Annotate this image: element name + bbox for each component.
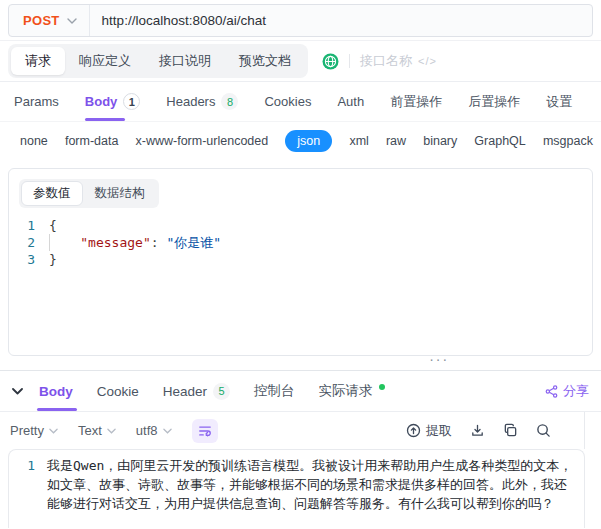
extract-button[interactable]: 提取 <box>406 422 452 440</box>
body-type-form-data[interactable]: form-data <box>65 134 119 148</box>
code-line: 1 { <box>19 217 592 234</box>
extract-icon <box>406 423 421 438</box>
response-panel-header: Body Cookie Header 5 控制台 实际请求 分享 <box>0 370 601 412</box>
word-wrap-icon <box>198 424 212 438</box>
tab-response-body[interactable]: Body <box>39 371 73 411</box>
body-type-msgpack[interactable]: msgpack <box>543 134 593 148</box>
word-wrap-button[interactable] <box>192 419 218 443</box>
view-type-dropdown[interactable]: Text <box>78 423 116 438</box>
header-count-badge: 5 <box>213 383 230 400</box>
live-indicator-dot <box>379 384 385 390</box>
tab-label: Header <box>163 384 207 399</box>
url-input[interactable]: http://localhost:8080/ai/chat <box>90 5 592 36</box>
body-type-json[interactable]: json <box>285 130 332 152</box>
extract-label: 提取 <box>426 422 452 440</box>
api-name-placeholder[interactable]: 接口名称 </> <box>360 52 437 70</box>
format-value: Pretty <box>10 423 44 438</box>
tab-pre-operations[interactable]: 前置操作 <box>390 82 442 121</box>
download-icon <box>470 423 485 438</box>
json-editor[interactable]: 1 { 2 "message": "你是谁" 3 } <box>19 217 592 268</box>
tab-response-cookie[interactable]: Cookie <box>97 371 139 411</box>
globe-icon[interactable] <box>322 53 339 70</box>
splitter-handle[interactable]: ··· <box>429 352 449 366</box>
tab-data-structure[interactable]: 数据结构 <box>83 181 157 206</box>
body-type-urlencoded[interactable]: x-www-form-urlencoded <box>136 134 269 148</box>
body-editor-zone: 参数值 数据结构 1 { 2 "message": "你是谁" 3 } ··· <box>0 160 601 370</box>
tab-label: 实际请求 <box>319 382 373 400</box>
copy-button[interactable] <box>503 423 518 438</box>
tab-post-operations[interactable]: 后置操作 <box>468 82 520 121</box>
line-number: 1 <box>19 217 49 234</box>
tab-body[interactable]: Body 1 <box>85 82 141 121</box>
tab-console[interactable]: 控制台 <box>254 371 295 411</box>
tab-parameter-value[interactable]: 参数值 <box>21 181 83 206</box>
view-type-value: Text <box>78 423 102 438</box>
panel-divider-line <box>584 412 585 449</box>
tab-actual-request[interactable]: 实际请求 <box>319 371 385 411</box>
tab-request[interactable]: 请求 <box>11 47 65 75</box>
tab-settings[interactable]: 设置 <box>546 82 572 121</box>
body-type-xml[interactable]: xml <box>349 134 368 148</box>
body-type-row: none form-data x-www-form-urlencoded jso… <box>0 122 601 160</box>
tab-auth[interactable]: Auth <box>337 82 364 121</box>
body-editor-card: 参数值 数据结构 1 { 2 "message": "你是谁" 3 } <box>8 168 593 356</box>
tab-label: Headers <box>166 94 215 109</box>
download-button[interactable] <box>470 423 485 438</box>
tab-cookies[interactable]: Cookies <box>264 82 311 121</box>
doc-tab-group: 请求 响应定义 接口说明 预览文档 <box>8 44 308 78</box>
collapse-panel-button[interactable] <box>12 371 23 411</box>
code-text: } <box>49 251 57 268</box>
chevron-down-icon <box>107 428 116 434</box>
response-toolbar: Pretty Text utf8 提取 <box>0 412 601 449</box>
method-selector[interactable]: POST <box>9 5 90 36</box>
tab-label: Body <box>39 384 73 399</box>
tab-label: 后置操作 <box>468 93 520 111</box>
json-key: "message" <box>80 235 150 250</box>
panel-splitter[interactable]: ··· <box>8 356 593 370</box>
tab-label: 控制台 <box>254 382 295 400</box>
divider <box>349 54 350 68</box>
response-tabs: Body Cookie Header 5 控制台 实际请求 <box>39 371 545 411</box>
body-type-binary[interactable]: binary <box>423 134 457 148</box>
json-value: "你是谁" <box>166 235 221 250</box>
tab-response-definition[interactable]: 响应定义 <box>65 47 145 75</box>
request-tabs-row: Params Body 1 Headers 8 Cookies Auth 前置操… <box>0 82 601 122</box>
url-bar: POST http://localhost:8080/ai/chat <box>8 4 593 37</box>
code-line: 3 } <box>19 251 592 268</box>
response-viewer[interactable]: 1 我是Qwen，由阿里云开发的预训练语言模型。我被设计用来帮助用户生成各种类型… <box>8 449 585 528</box>
search-button[interactable] <box>536 423 551 438</box>
request-url-row: POST http://localhost:8080/ai/chat <box>0 0 601 41</box>
line-number: 2 <box>19 234 49 251</box>
response-text: 我是Qwen，由阿里云开发的预训练语言模型。我被设计用来帮助用户生成各种类型的文… <box>47 456 576 528</box>
tab-response-header[interactable]: Header 5 <box>163 371 230 411</box>
body-type-none[interactable]: none <box>20 134 48 148</box>
tab-label: Cookie <box>97 384 139 399</box>
tab-label: 前置操作 <box>390 93 442 111</box>
headers-count-badge: 8 <box>221 93 238 110</box>
encoding-dropdown[interactable]: utf8 <box>136 423 172 438</box>
chevron-down-icon <box>49 428 58 434</box>
code-icon: </> <box>418 55 437 67</box>
body-type-raw[interactable]: raw <box>386 134 406 148</box>
response-body-area: 1 我是Qwen，由阿里云开发的预训练语言模型。我被设计用来帮助用户生成各种类型… <box>0 449 601 528</box>
share-label: 分享 <box>563 382 589 400</box>
line-number: 1 <box>9 456 47 528</box>
format-dropdown[interactable]: Pretty <box>10 423 58 438</box>
body-count-badge: 1 <box>123 93 140 110</box>
chevron-down-icon <box>67 18 77 24</box>
line-number: 3 <box>19 251 49 268</box>
share-icon <box>545 385 558 398</box>
tab-preview-docs[interactable]: 预览文档 <box>225 47 305 75</box>
encoding-value: utf8 <box>136 423 158 438</box>
doc-tabs-row: 请求 响应定义 接口说明 预览文档 接口名称 </> <box>0 41 601 82</box>
method-label: POST <box>23 13 60 28</box>
tab-headers[interactable]: Headers 8 <box>166 82 238 121</box>
body-type-graphql[interactable]: GraphQL <box>474 134 525 148</box>
copy-icon <box>503 423 518 438</box>
tab-label: Params <box>14 94 59 109</box>
tab-label: Body <box>85 94 118 109</box>
share-button[interactable]: 分享 <box>545 371 589 411</box>
tab-api-description[interactable]: 接口说明 <box>145 47 225 75</box>
code-text: { <box>49 217 57 234</box>
tab-params[interactable]: Params <box>14 82 59 121</box>
